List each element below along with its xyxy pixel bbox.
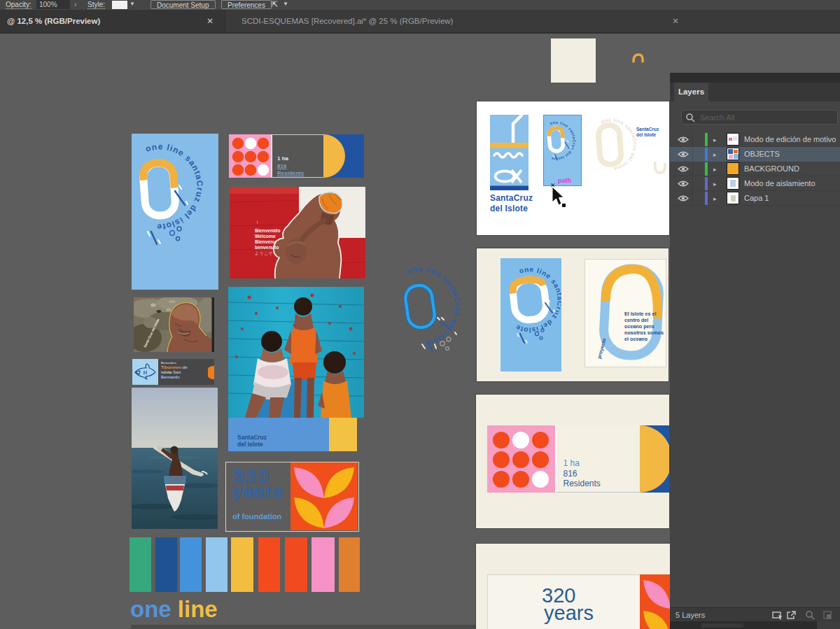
svg-text:Welcome: Welcome (255, 234, 276, 239)
svg-text:one line santaCruz del islote: one line santaCruz del islote (514, 265, 561, 334)
svg-text:Bienvenido: Bienvenido (255, 228, 281, 233)
svg-text:years: years (232, 481, 284, 501)
svg-text:Bienvenu: Bienvenu (255, 239, 276, 244)
svg-text:ようこそ: ようこそ (255, 250, 273, 256)
svg-text:↑: ↑ (256, 220, 259, 225)
svg-text:benvenuto: benvenuto (255, 245, 279, 250)
svg-text:proyecto: proyecto (596, 338, 607, 360)
svg-text:of foundation: of foundation (232, 512, 282, 521)
